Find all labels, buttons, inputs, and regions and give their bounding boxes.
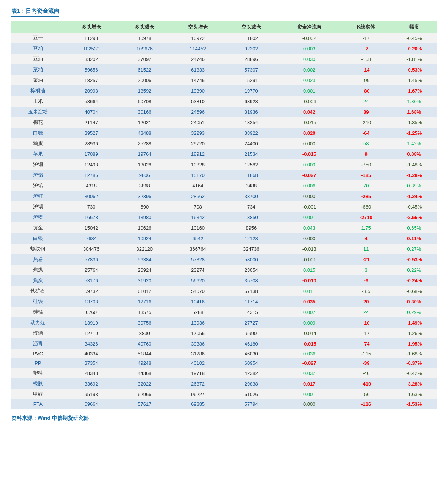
cell-v2: 25288 — [118, 138, 171, 149]
cell-v4: 3488 — [225, 180, 278, 191]
cell-v7: -0.37% — [392, 358, 437, 368]
cell-name: 苹果 — [11, 149, 65, 159]
cell-v6: -80 — [341, 85, 392, 96]
footer-source: 资料来源：Wind 中信期货研究部 — [11, 415, 437, 422]
cell-v1: 12786 — [65, 170, 118, 180]
cell-v6: -750 — [341, 159, 392, 170]
cell-name: 棉花 — [11, 117, 65, 128]
cell-v2: 61522 — [118, 64, 171, 75]
cell-name: 沪镍 — [11, 212, 65, 222]
cell-name: 橡胶 — [11, 378, 65, 389]
cell-v4: 29838 — [225, 378, 278, 389]
cell-v5: 0.000 — [278, 138, 341, 149]
cell-v1: 57836 — [65, 254, 118, 265]
table-row: 塑料 28348 44368 19718 42382 0.032 -40 -0.… — [11, 368, 437, 378]
main-table: 多头增仓 多头减仓 空头增仓 空头减仓 资金净流向 K线实体 幅度 豆一 112… — [11, 21, 437, 409]
cell-v1: 18257 — [65, 75, 118, 85]
cell-v5: 0.035 — [278, 296, 341, 307]
cell-v6: 58 — [341, 138, 392, 149]
cell-name: 棕榈油 — [11, 85, 65, 96]
cell-name: 沪铜 — [11, 159, 65, 170]
cell-v5: 0.015 — [278, 265, 341, 275]
cell-v6: -116 — [341, 399, 392, 409]
cell-name: 沪锌 — [11, 191, 65, 201]
table-row: 玉米淀粉 40704 30166 24696 31936 0.042 39 1.… — [11, 107, 437, 117]
cell-v6: -115 — [341, 349, 392, 358]
cell-v5: -0.027 — [278, 358, 341, 368]
table-row: 菜油 18257 20006 14746 15291 0.023 -99 -1.… — [11, 75, 437, 85]
cell-v6: -210 — [341, 117, 392, 128]
table-row: 沪铅 4318 3868 4164 3488 0.006 70 0.39% — [11, 180, 437, 191]
cell-v6: -40 — [341, 368, 392, 378]
cell-v1: 33202 — [65, 54, 118, 64]
header-row: 多头增仓 多头减仓 空头增仓 空头减仓 资金净流向 K线实体 幅度 — [11, 21, 437, 33]
cell-v2: 3868 — [118, 180, 171, 191]
cell-v3: 28562 — [171, 191, 225, 201]
cell-v5: -0.014 — [278, 328, 341, 338]
cell-name: 豆油 — [11, 54, 65, 64]
cell-v3: 14746 — [171, 75, 225, 85]
cell-v5: 0.011 — [278, 286, 341, 296]
cell-v2: 10626 — [118, 222, 171, 233]
cell-v3: 6542 — [171, 233, 225, 244]
cell-v4: 42382 — [225, 368, 278, 378]
cell-v4: 15291 — [225, 75, 278, 85]
cell-v2: 49248 — [118, 358, 171, 368]
cell-v7: -1.49% — [392, 317, 437, 328]
cell-v5: 0.009 — [278, 159, 341, 170]
cell-v1: 40704 — [65, 107, 118, 117]
cell-v1: 15042 — [65, 222, 118, 233]
cell-v4: 35708 — [225, 275, 278, 286]
cell-v2: 8830 — [118, 328, 171, 338]
cell-v2: 13980 — [118, 212, 171, 222]
cell-v7: -0.20% — [392, 43, 437, 54]
table-row: 白糖 39527 48488 32293 38922 0.020 -64 -1.… — [11, 128, 437, 138]
cell-v2: 62966 — [118, 389, 171, 399]
cell-v4: 12128 — [225, 233, 278, 244]
cell-name: 沪锡 — [11, 201, 65, 212]
cell-v7: 0.39% — [392, 180, 437, 191]
cell-v5: -0.015 — [278, 149, 341, 159]
cell-v1: 6760 — [65, 307, 118, 317]
cell-v1: 304476 — [65, 244, 118, 254]
cell-v5: 0.003 — [278, 43, 341, 54]
cell-v5: -0.013 — [278, 244, 341, 254]
cell-v1: 17089 — [65, 149, 118, 159]
cell-v3: 26872 — [171, 378, 225, 389]
cell-v4: 14315 — [225, 307, 278, 317]
cell-v1: 28936 — [65, 138, 118, 149]
cell-v3: 31286 — [171, 349, 225, 358]
cell-v5: 0.017 — [278, 378, 341, 389]
cell-v5: 0.000 — [278, 233, 341, 244]
cell-v4: 21534 — [225, 149, 278, 159]
cell-v5: -0.002 — [278, 33, 341, 43]
cell-v6: -56 — [341, 389, 392, 399]
cell-v2: 10978 — [118, 33, 171, 43]
cell-v2: 19764 — [118, 149, 171, 159]
cell-v2: 61012 — [118, 286, 171, 296]
cell-v6: 24 — [341, 96, 392, 107]
cell-v5: -0.010 — [278, 275, 341, 286]
cell-v3: 19390 — [171, 85, 225, 96]
cell-name: 硅锰 — [11, 307, 65, 317]
cell-v2: 109676 — [118, 43, 171, 54]
cell-v1: 34326 — [65, 338, 118, 349]
cell-v1: 11298 — [65, 33, 118, 43]
cell-v2: 690 — [118, 201, 171, 212]
cell-v7: 0.08% — [392, 149, 437, 159]
cell-v5: 0.023 — [278, 75, 341, 85]
table-row: 豆一 11298 10978 10972 11802 -0.002 -17 -0… — [11, 33, 437, 43]
cell-name: 焦炭 — [11, 275, 65, 286]
cell-v3: 23274 — [171, 265, 225, 275]
col-header-amplitude: 幅度 — [392, 21, 437, 33]
cell-v6: -99 — [341, 75, 392, 85]
cell-v4: 324736 — [225, 244, 278, 254]
cell-v5: 0.032 — [278, 368, 341, 378]
page-title: 表1：日内资金流向 — [11, 8, 59, 17]
cell-v5: -0.015 — [278, 338, 341, 349]
cell-v4: 24400 — [225, 138, 278, 149]
cell-v6: -14 — [341, 64, 392, 75]
cell-v7: 0.30% — [392, 296, 437, 307]
cell-v1: 20998 — [65, 85, 118, 96]
cell-v5: 0.000 — [278, 399, 341, 409]
